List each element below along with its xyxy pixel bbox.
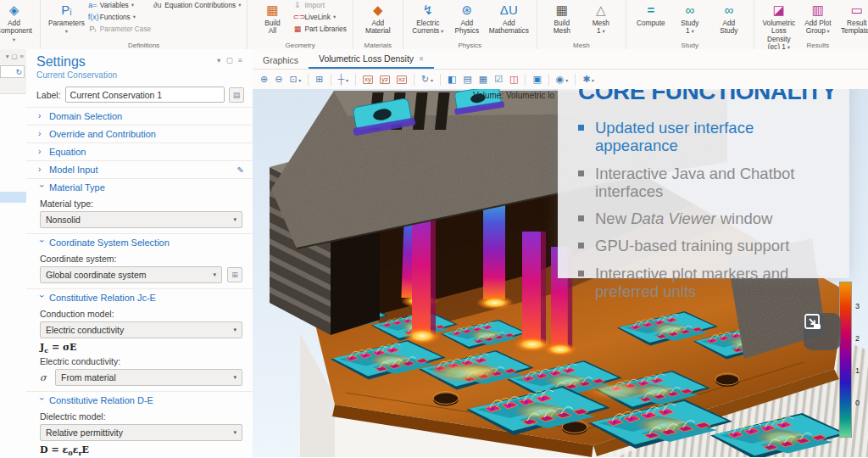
add-mathematics-button[interactable]: ΔU Add Mathematics — [487, 1, 531, 36]
parameter-case-button[interactable]: Pᵢ Parameter Case — [88, 23, 151, 34]
group-label-geometry: Geometry — [248, 42, 352, 49]
build-all-button[interactable]: ▦ Build All — [253, 1, 291, 36]
add-study-label: Add Study — [720, 20, 737, 36]
add-plot-group-icon: ▥ — [812, 1, 824, 20]
bullet-square-icon — [578, 271, 584, 276]
build-mesh-button[interactable]: ▦ Build Mesh — [543, 1, 581, 36]
list-item: Interactive plot markers and preferred u… — [578, 265, 832, 301]
section-coordinate-system-selection[interactable]: › Coordinate System Selection — [26, 233, 253, 251]
model-builder-window-controls[interactable]: ▾▢≡ — [0, 49, 26, 60]
add-component-button[interactable]: ◈ Add Component — [0, 1, 34, 43]
model-builder-filter-input[interactable]: ↻ — [0, 65, 25, 78]
functions-button[interactable]: f(x) Functions — [88, 11, 151, 22]
toolbar-separator — [308, 74, 309, 86]
graphics-viewport[interactable]: Volume: Volumetric lo CORE FUNCTIONALITY… — [253, 89, 868, 458]
color-icon[interactable]: ◉ — [556, 75, 568, 84]
import-button[interactable]: ⇩ Import — [292, 0, 346, 10]
pip-expand-button[interactable] — [804, 313, 841, 350]
model-builder-tree[interactable] — [0, 93, 26, 458]
toolbar-separator — [575, 74, 576, 86]
equation-contributions-button[interactable]: ∂u Equation Contributions — [153, 0, 241, 10]
material-type-select[interactable]: Nonsolid ▾ — [40, 211, 242, 228]
add-plot-group-button[interactable]: ▥ Add Plot Group — [799, 1, 837, 36]
plot-settings-icon[interactable]: ✱ — [582, 75, 594, 84]
conduction-model-select[interactable]: Electric conductivity ▾ — [40, 321, 242, 338]
parameters-button[interactable]: Pᵢ Parameters — [47, 1, 86, 36]
zoom-out-icon[interactable]: ⊖ — [275, 75, 282, 84]
tab-volumetric-loss-density[interactable]: Volumetric Loss Density × — [309, 50, 434, 69]
parameter-case-icon: Pᵢ — [88, 25, 97, 33]
caret-down-icon: ▾ — [233, 429, 236, 436]
clip-plane-icon[interactable]: ◫ — [509, 75, 518, 84]
section-equation[interactable]: › Equation — [26, 142, 253, 160]
refresh-icon: ↻ — [15, 68, 22, 76]
study-1-label: Study 1 — [681, 20, 698, 36]
coordinate-system-select[interactable]: Global coordinate system ▾ — [40, 266, 222, 283]
view-xz-icon[interactable]: xz — [397, 75, 407, 84]
variables-button[interactable]: a= Variables — [88, 0, 151, 10]
section-title: Override and Contribution — [49, 129, 244, 139]
section-title: Equation — [49, 147, 244, 157]
result-templates-button[interactable]: ▭ Result Templates — [838, 1, 868, 36]
section-title: Model Input — [49, 165, 232, 175]
view-xy-icon[interactable]: xy — [363, 75, 373, 84]
variables-icon: a= — [88, 1, 97, 9]
view-yz-icon[interactable]: yz — [380, 75, 390, 84]
build-mesh-icon: ▦ — [556, 1, 568, 20]
section-material-type[interactable]: › Material Type — [26, 178, 253, 196]
scene-settings-icon[interactable]: ▤ — [463, 75, 471, 84]
add-physics-label: Add Physics — [454, 20, 479, 36]
ribbon-group-geometry: ▦ Build All ⇩ Import ⊂⊃ LiveLink ▦ Part … — [248, 0, 353, 49]
dielectric-model-select[interactable]: Relative permittivity ▾ — [40, 424, 242, 441]
label-input[interactable]: Current Conservation 1 — [65, 87, 225, 103]
mesh-1-button[interactable]: △ Mesh 1 — [582, 1, 620, 36]
settings-window-controls[interactable]: ▾ ▢ ≡ — [217, 56, 244, 64]
compute-label: Compute — [637, 20, 665, 27]
livelink-label: LiveLink — [304, 13, 330, 21]
result-templates-label: Result Templates — [841, 20, 868, 36]
electric-currents-button[interactable]: ↯ Electric Currents — [409, 1, 447, 36]
section-domain-selection[interactable]: › Domain Selection — [26, 107, 253, 125]
bullet-square-icon — [578, 170, 584, 176]
electric-conductivity-select[interactable]: From material ▾ — [55, 369, 242, 386]
group-label-study: Study — [626, 42, 754, 49]
pencil-icon[interactable]: ✎ — [237, 165, 244, 175]
zoom-box-icon[interactable]: ⊡ — [289, 75, 301, 84]
section-model-input[interactable]: › Model Input ✎ — [26, 160, 253, 178]
grid-icon[interactable]: ▦ — [479, 75, 487, 84]
study-1-button[interactable]: ∞ Study 1 — [671, 1, 709, 36]
coordinate-system-caption: Coordinate system: — [40, 254, 242, 264]
section-constitutive-relation-jce[interactable]: › Constitutive Relation Jc-E — [26, 288, 253, 306]
zoom-extents-icon[interactable]: ⊞ — [315, 75, 323, 84]
select-icon[interactable]: ☑ — [494, 75, 503, 84]
parameter-case-label: Parameter Case — [100, 25, 151, 33]
rotate-icon[interactable]: ↻ — [421, 75, 433, 84]
part-libraries-button[interactable]: ▦ Part Libraries — [292, 23, 346, 34]
create-coordinate-system-icon[interactable]: ⊞ — [227, 267, 242, 282]
rename-icon[interactable]: ▤ — [229, 87, 244, 103]
close-icon[interactable]: × — [419, 54, 424, 64]
add-physics-button[interactable]: ⊛ Add Physics — [448, 1, 486, 36]
add-component-label: Add Component — [0, 20, 32, 43]
add-mathematics-icon: ΔU — [500, 1, 518, 20]
go-to-view-icon[interactable]: ┼ — [338, 75, 348, 84]
selected-tree-node[interactable] — [0, 192, 26, 203]
transparency-icon[interactable]: ◧ — [448, 75, 456, 84]
section-constitutive-relation-de[interactable]: › Constitutive Relation D-E — [26, 391, 253, 409]
tab-graphics[interactable]: Graphics — [253, 52, 309, 69]
conduction-model-value: Electric conductivity — [46, 325, 124, 335]
add-study-button[interactable]: ∞ Add Study — [710, 1, 748, 36]
lock-icon[interactable]: ▣ — [532, 75, 541, 84]
toolbar-separator — [414, 74, 415, 86]
section-override-and-contribution[interactable]: › Override and Contribution — [26, 125, 253, 142]
menu-icon: ≡ — [20, 53, 24, 60]
equation-contributions-label: Equation Contributions — [164, 1, 236, 9]
color-legend: 3 2 1 0 — [839, 282, 868, 443]
add-material-button[interactable]: ◆ Add Material — [359, 1, 397, 36]
ribbon-group-materials: ◆ Add Material Materials — [353, 0, 403, 49]
model-builder-strip: ▾▢≡ ↻ — [0, 49, 27, 458]
zoom-in-icon[interactable]: ⊕ — [260, 75, 268, 84]
livelink-button[interactable]: ⊂⊃ LiveLink — [292, 11, 346, 22]
bullet-square-icon — [578, 125, 584, 131]
compute-button[interactable]: = Compute — [632, 1, 670, 27]
